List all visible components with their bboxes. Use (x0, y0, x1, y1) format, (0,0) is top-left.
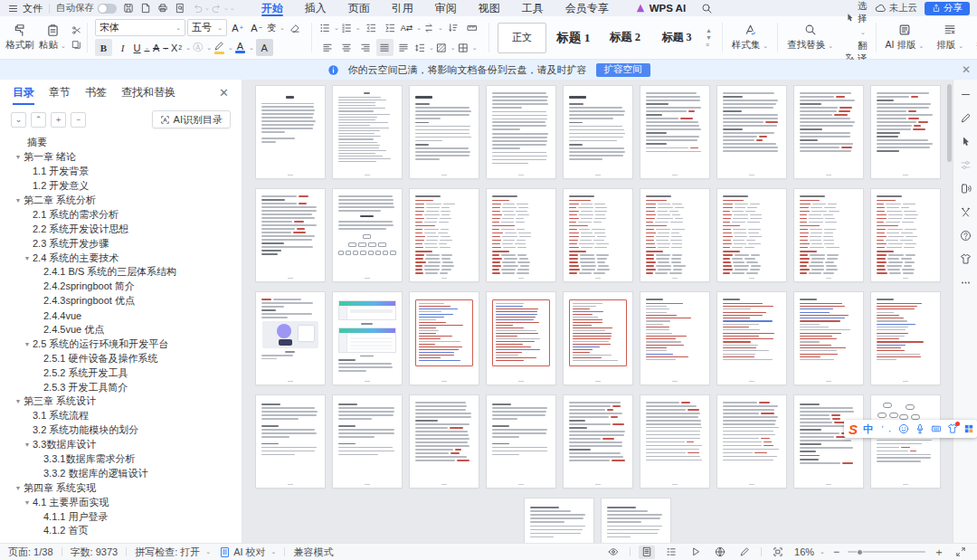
zoom-in-button[interactable]: ＋ (934, 545, 944, 560)
align-left-button[interactable] (319, 39, 337, 56)
char-shading-button[interactable]: A (256, 39, 273, 56)
zoom-slider-knob[interactable] (857, 549, 863, 555)
toc-item[interactable]: 3.3.1数据库需求分析 (0, 452, 242, 467)
paste-button[interactable]: 粘贴⌄ (36, 24, 69, 52)
char-scale-button[interactable]: A⇄⌄ (401, 19, 422, 36)
page-thumbnail-6[interactable] (640, 86, 709, 178)
find-replace-button[interactable]: 查找替换⌄ (781, 18, 839, 57)
scrollbar-thumb[interactable] (947, 84, 952, 162)
toc-expand-icon[interactable]: ▼ (13, 154, 24, 160)
toc-item[interactable]: 2.5.1 硬件设备及操作系统 (0, 351, 242, 365)
ai-recognize-toc-button[interactable]: AI识别目录 (152, 110, 231, 128)
ribbon-tab-审阅[interactable]: 审阅 (424, 0, 468, 16)
style-heading3[interactable]: 标题 3 (652, 23, 701, 53)
align-right-button[interactable] (357, 39, 375, 56)
page-thumbnail-22[interactable] (487, 292, 555, 384)
fit-page-icon[interactable] (770, 546, 786, 559)
read-aloud-icon[interactable] (960, 183, 972, 195)
ribbon-tab-页面[interactable]: 页面 (337, 0, 381, 16)
page-thumbnail-26[interactable] (794, 292, 863, 384)
toc-item[interactable]: 1.2 开发意义 (0, 179, 242, 194)
skin-icon[interactable] (960, 253, 972, 265)
collapse-all-button[interactable]: ⌄ (11, 112, 26, 128)
text-effects-button[interactable]: 变⌄ (267, 19, 285, 36)
page-thumbnail-25[interactable] (717, 292, 786, 384)
page-thumbnail-38[interactable] (602, 498, 670, 543)
page-thumbnail-7[interactable] (717, 86, 786, 178)
style-heading1[interactable]: 标题 1 (549, 23, 598, 53)
page-thumbnail-24[interactable] (640, 292, 709, 384)
redo-icon[interactable] (211, 3, 223, 14)
numbered-list-button[interactable]: ⌄ (341, 19, 361, 36)
highlight-button[interactable]: ⌄ (213, 39, 233, 56)
toc-item[interactable]: 4.1.1 用户登录 (0, 509, 242, 524)
font-color-button[interactable]: A⌄ (235, 39, 254, 56)
toc-item[interactable]: ▼2.5 系统的运行环境和开发平台 (0, 337, 242, 351)
char-border-button[interactable]: Ⓐ⌄ (193, 39, 212, 56)
ime-skin-icon[interactable] (947, 423, 958, 434)
style-normal[interactable]: 正文 (498, 23, 546, 53)
page-thumbnail-16[interactable] (717, 189, 786, 281)
borders-button[interactable]: ⌄ (458, 39, 478, 56)
page-thumbnail-14[interactable] (564, 189, 632, 281)
tools-icon[interactable] (960, 206, 972, 218)
shading-button[interactable]: ⌄ (436, 39, 456, 56)
toc-item[interactable]: 2.4.5vue 优点 (0, 323, 242, 337)
toc-item[interactable]: 2.4.3springboot 优点 (0, 294, 242, 308)
voice-input-icon[interactable] (915, 423, 925, 434)
copy-icon[interactable] (71, 40, 81, 50)
quickbar-more-icon[interactable]: ⌄ (230, 5, 235, 12)
toc-expand-icon[interactable]: ▼ (22, 341, 33, 347)
ribbon-tab-插入[interactable]: 插入 (294, 0, 337, 16)
ai-layout-button[interactable]: AI 排版⌄ (879, 18, 931, 57)
toc-item[interactable]: ▼2.4 系统的主要技术 (0, 251, 242, 265)
page-thumbnail-11[interactable] (333, 189, 402, 281)
italic-button[interactable]: I (114, 39, 131, 56)
vertical-scrollbar[interactable] (946, 81, 952, 541)
page-thumbnail-5[interactable] (564, 86, 632, 178)
emoji-icon[interactable] (898, 423, 909, 434)
search-icon[interactable] (701, 3, 713, 14)
decrease-font-button[interactable]: A− (248, 19, 265, 36)
distribute-button[interactable] (395, 39, 413, 56)
outline-view-icon[interactable] (663, 546, 679, 559)
chinese-mode-icon[interactable]: 中 (863, 422, 873, 436)
page-thumbnail-28[interactable] (256, 395, 325, 488)
styles-scroll-down-icon[interactable]: ▼ (706, 34, 712, 41)
eye-protect-icon[interactable] (605, 546, 621, 559)
select-button[interactable]: 选择⌄ (845, 0, 868, 36)
ribbon-tab-会员专享[interactable]: 会员专享 (555, 0, 620, 16)
page-thumbnail-27[interactable] (871, 292, 940, 384)
styles-more-icon[interactable]: ≡ (706, 42, 712, 48)
style-heading2[interactable]: 标题 2 (601, 23, 650, 53)
sogou-logo-icon[interactable]: S (849, 422, 858, 436)
file-menu[interactable]: 文件 (7, 2, 43, 15)
help-icon[interactable] (960, 230, 972, 242)
toc-item[interactable]: 2.5.2 系统开发工具 (0, 365, 242, 380)
sidebar-tab-目录[interactable]: 目录 (13, 80, 34, 105)
page-thumbnail-37[interactable] (525, 498, 593, 543)
font-name-select[interactable]: 宋体⌄ (95, 19, 185, 36)
read-mode-icon[interactable] (688, 546, 704, 559)
web-view-icon[interactable] (712, 546, 728, 559)
page-thumbnail-29[interactable] (333, 395, 402, 488)
page-thumbnail-9[interactable] (871, 86, 940, 178)
format-painter-button[interactable]: 格式刷 (4, 24, 36, 52)
page-indicator[interactable]: 页面: 1/38 (8, 546, 53, 559)
page-thumbnail-36[interactable] (871, 395, 940, 488)
page-thumbnail-30[interactable] (410, 395, 479, 488)
toc-item[interactable]: 摘要 (0, 136, 242, 150)
cloud-status[interactable]: 未上云 (875, 2, 918, 14)
toc-item[interactable]: 2.3 系统开发步骤 (0, 236, 242, 251)
page-thumbnail-2[interactable] (333, 86, 402, 178)
page-setup-button[interactable] (464, 19, 481, 36)
toc-item[interactable]: 3.3.2 数据库的逻辑设计 (0, 466, 242, 480)
page-thumbnail-20[interactable] (333, 292, 402, 384)
toc-item[interactable]: ▼4.1 主要界面实现 (0, 495, 242, 509)
toc-item[interactable]: 2.4.1 B/S 系统的三层体系结构 (0, 265, 242, 280)
ai-proof-status[interactable]: AI 校对⌄ (219, 546, 276, 559)
zoom-in-toc-button[interactable]: ＋ (51, 112, 66, 128)
page-thumbnail-34[interactable] (717, 395, 786, 488)
align-center-button[interactable] (338, 39, 356, 56)
toc-item[interactable]: 3.2 系统功能模块的划分 (0, 423, 242, 438)
